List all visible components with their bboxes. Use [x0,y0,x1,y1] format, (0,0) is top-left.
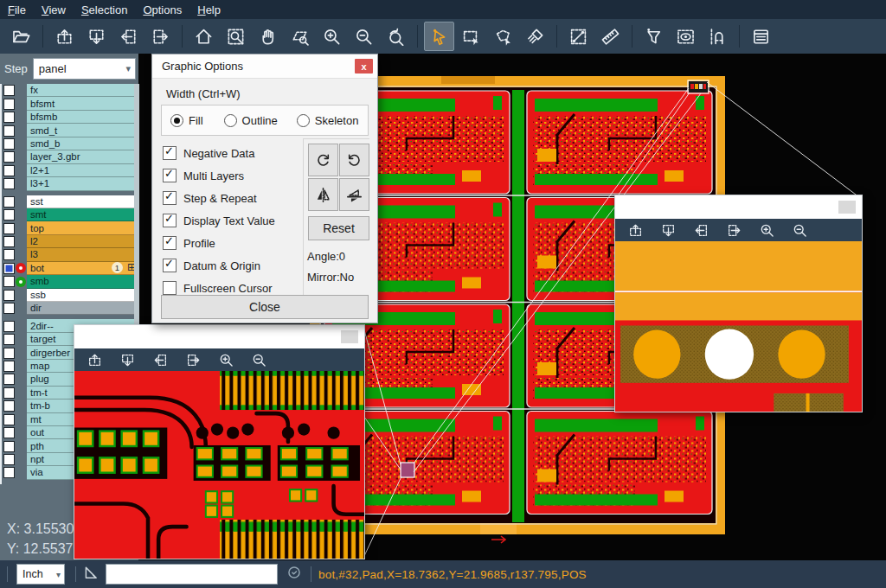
layer-visibility-checkbox[interactable] [3,467,15,478]
measure-line-button[interactable] [563,22,594,51]
pan-down-button[interactable] [81,22,112,51]
layer-row-top[interactable]: top [2,221,140,234]
option-multi-layers[interactable]: Multi Layers [163,164,275,187]
layer-active-dot[interactable] [16,263,26,273]
layer-name[interactable]: ssb [27,289,138,302]
layer-visibility-checkbox[interactable] [3,263,15,274]
layer-name[interactable]: l2 [27,235,138,248]
pan-up-button[interactable] [80,348,108,371]
mirror-vertical-button[interactable] [339,178,369,211]
layer-visibility-checkbox[interactable] [3,348,15,359]
pan-right-button[interactable] [179,348,207,371]
pan-down-button[interactable] [113,348,141,371]
zoom-in-button[interactable] [753,219,780,241]
menu-selection[interactable]: Selection [74,3,135,16]
zoom-out-button[interactable] [349,22,379,51]
drag-zoom-button[interactable] [285,22,315,51]
layer-visibility-checkbox[interactable] [3,387,15,399]
clean-tool-button[interactable] [520,22,550,51]
zoom-previous-button[interactable] [381,22,411,51]
mirror-horizontal-button[interactable] [308,178,338,211]
pan-up-button[interactable] [49,22,80,51]
unit-select[interactable]: Inch ▾ [16,564,65,585]
zoom-window-button[interactable] [221,22,251,51]
layer-name[interactable]: bot1⊞ [27,262,138,275]
option-profile[interactable]: Profile [163,232,275,254]
layer-row-fx[interactable]: fx [2,84,140,97]
layer-visibility-checkbox[interactable] [3,151,15,163]
pan-right-button[interactable] [720,219,748,241]
layer-row-smd_t[interactable]: smd_t [2,124,140,137]
select-tool-button[interactable] [424,22,454,51]
zoom-in-button[interactable] [317,22,347,51]
filter-button[interactable] [639,22,669,51]
pan-down-button[interactable] [654,219,682,241]
rect-select-button[interactable] [456,22,486,51]
option-display-text-value[interactable]: Display Text Value [163,209,275,232]
layer-visibility-checkbox[interactable] [3,321,15,332]
layer-visibility-checkbox[interactable] [3,125,15,137]
layer-row-l3[interactable]: l3 [2,248,140,261]
ruler-button[interactable] [595,22,626,51]
layer-visibility-checkbox[interactable] [3,223,15,234]
command-input[interactable] [106,564,278,585]
layer-visibility-checkbox[interactable] [3,138,15,150]
layer-name[interactable]: smt [27,208,138,221]
layer-visibility-checkbox[interactable] [3,249,15,260]
layer-row-ssb[interactable]: ssb [2,289,140,302]
home-view-button[interactable] [189,22,219,51]
layer-name[interactable]: fx [27,84,138,97]
layer-row-bfsmb[interactable]: bfsmb [2,111,140,124]
magnifier-content[interactable] [74,371,364,559]
snap-corner-icon[interactable] [83,565,99,584]
pan-left-button[interactable] [687,219,715,241]
layer-row-l2[interactable]: l2 [2,235,140,248]
layer-name[interactable]: sst [27,195,138,208]
dialog-close-button[interactable]: x [355,59,373,74]
layer-name[interactable]: layer_3.gbr [27,150,138,163]
fill-mode-fill[interactable]: Fill [170,114,203,127]
layer-name[interactable]: smd_b [27,137,138,150]
magnifier-title-bar[interactable] [74,325,364,348]
window-button[interactable] [838,201,856,214]
layer-name[interactable]: smb [27,275,138,288]
layer-active-dot[interactable] [16,277,26,287]
layer-visibility-checkbox[interactable] [3,334,15,345]
layer-visibility-checkbox[interactable] [3,209,15,220]
magnifier-content[interactable] [615,241,862,412]
zoom-out-button[interactable] [786,219,813,241]
layer-visibility-checkbox[interactable] [3,454,15,465]
pan-left-button[interactable] [146,348,174,371]
option-step-repeat[interactable]: Step & Repeat [163,187,275,209]
refresh-icon[interactable] [286,565,302,584]
layer-name[interactable]: smd_t [27,124,138,137]
dialog-title-bar[interactable]: Graphic Options x [152,54,377,79]
layer-row-smd_b[interactable]: smd_b [2,137,140,150]
pan-right-button[interactable] [145,22,176,51]
rotate-cw-button[interactable] [308,144,338,176]
layer-visibility-checkbox[interactable] [3,414,15,425]
pan-hand-button[interactable] [253,22,283,51]
layer-visibility-checkbox[interactable] [3,400,15,412]
fill-mode-outline[interactable]: Outline [224,114,278,127]
close-button[interactable]: Close [161,295,369,319]
step-select[interactable]: panel ▾ [33,58,136,80]
layer-row-dir[interactable]: dir [2,302,140,315]
layer-name[interactable]: bfsmb [27,111,138,124]
layer-visibility-checkbox[interactable] [3,361,15,372]
layer-visibility-checkbox[interactable] [3,165,15,176]
layer-visibility-checkbox[interactable] [3,276,15,287]
option-datum-origin[interactable]: Datum & Origin [163,254,275,277]
layer-visibility-checkbox[interactable] [3,236,15,247]
layer-name[interactable]: l3+1 [27,177,138,190]
layer-visibility-checkbox[interactable] [3,441,15,452]
menu-help[interactable]: Help [189,3,228,16]
layer-visibility-checkbox[interactable] [3,112,15,123]
zoom-in-button[interactable] [212,348,240,371]
layer-row-bot[interactable]: bot1⊞ [2,262,140,275]
highlight-view-button[interactable] [671,22,701,51]
rotate-ccw-button[interactable] [339,144,369,176]
reset-button[interactable]: Reset [308,216,369,240]
layer-visibility-checkbox[interactable] [3,427,15,438]
fill-mode-skeleton[interactable]: Skeleton [297,114,359,127]
